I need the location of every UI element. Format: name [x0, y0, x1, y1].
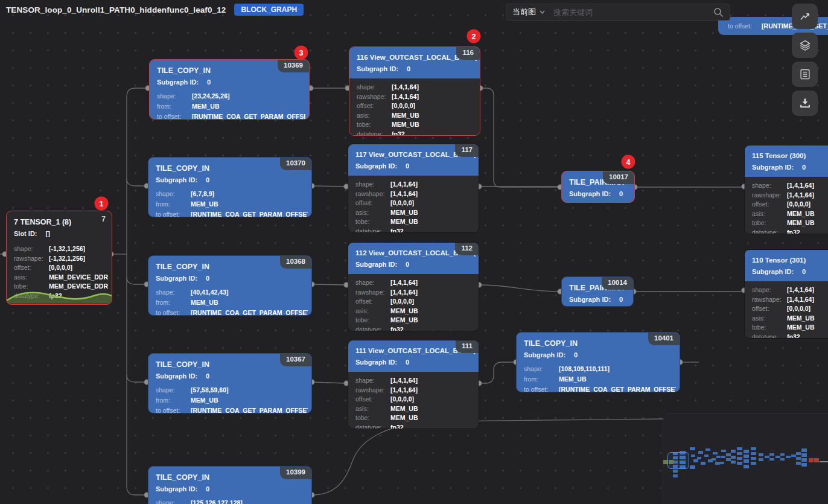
node-rows: shape:[6,7,8,9]from:MEM_UBto offset:[RUN…: [148, 185, 311, 217]
row-label: shape:: [355, 180, 390, 190]
minimap-node: [801, 458, 807, 462]
minimap-node: [744, 455, 749, 458]
minimap-viewport[interactable]: [667, 452, 689, 469]
node-10014[interactable]: 10014TILE_PAIRMAXSubgraph ID:0: [561, 276, 634, 307]
search-bar[interactable]: 当前图: [506, 4, 730, 21]
row-label: shape:: [156, 189, 191, 199]
subtitle-value: 0: [206, 485, 209, 493]
subtitle-label: Subgraph ID:: [156, 176, 197, 183]
minimap-node: [796, 457, 801, 460]
node-117[interactable]: 117117 View_OUTCAST_LOCAL_BUF0 (60)Subgr…: [348, 144, 479, 233]
green-wave-decoration: [7, 287, 112, 304]
node-subtitle: Subgraph ID:0: [148, 174, 311, 185]
node-10369[interactable]: 10369TILE_COPY_INSubgraph ID:0shape:[23,…: [149, 59, 310, 120]
node-110[interactable]: 110 Tensor (301)Subgraph ID:0shape:[1,4,…: [744, 249, 828, 339]
node-10017[interactable]: 10017TILE_PAIRMAXSubgraph ID:0: [561, 171, 635, 203]
subtitle-label: Subgraph ID:: [355, 261, 397, 268]
row-label: to offset:: [156, 209, 191, 217]
row-label: from:: [156, 395, 191, 406]
minimap-node: [697, 457, 701, 459]
node-10368[interactable]: 10368TILE_COPY_INSubgraph ID:0shape:[40,…: [148, 255, 312, 316]
node-116[interactable]: 116116 View_OUTCAST_LOCAL_BUF0 (59)Subgr…: [349, 46, 480, 136]
row-value: [1,4,1,64]: [390, 278, 475, 288]
node-list-button[interactable]: [792, 62, 818, 87]
row-label: shape:: [156, 498, 191, 504]
row-value: [125,126,127,128]: [191, 498, 308, 504]
minimap-node: [744, 465, 749, 468]
subtitle-value: 0: [619, 190, 623, 197]
search-input[interactable]: [552, 7, 710, 18]
row-label: datatype:: [357, 130, 392, 136]
minimap-node: [744, 450, 749, 453]
minimap-output-node: [814, 458, 819, 462]
node-rows: shape:[108,109,110,111]from:MEM_UBto off…: [517, 360, 680, 392]
node-10399[interactable]: 10399TILE_COPY_INSubgraph ID:0shape:[125…: [148, 466, 312, 504]
node-rows: shape:[23,24,25,26]from:MEM_UBto offset:…: [150, 87, 309, 120]
row-label: shape:: [157, 91, 192, 101]
node-id-badge: 111: [456, 340, 479, 353]
row-value: [1,4,1,64]: [390, 386, 475, 395]
row-value: MEM_UB: [390, 413, 475, 423]
subtitle-value: 0: [802, 164, 806, 171]
node-rows: shape:[1,4,1,64]rawshape:[1,4,1,64]offse…: [349, 78, 480, 136]
row-value: fp32: [390, 423, 475, 430]
row-label: from:: [156, 199, 191, 209]
node-111[interactable]: 111111 View_OUTCAST_LOCAL_BUF0 (57)Subgr…: [348, 340, 479, 429]
minimap-node: [744, 459, 749, 463]
node-rows: shape:[125,126,127,128]: [148, 494, 311, 504]
layers-button[interactable]: [792, 33, 818, 58]
node-rows: shape:[1,4,1,64]rawshape:[1,4,1,64]offse…: [745, 281, 828, 339]
row-value: [0,0,0,0]: [49, 263, 108, 273]
row-label: shape:: [752, 285, 787, 295]
row-label: shape:: [14, 244, 49, 254]
row-value: [1,4,1,64]: [787, 191, 828, 200]
node-10367[interactable]: 10367TILE_COPY_INSubgraph ID:0shape:[57,…: [148, 353, 312, 413]
node-list-icon: [798, 68, 812, 81]
row-value: [1,4,1,64]: [392, 83, 476, 92]
trend-chart-icon: [798, 10, 812, 23]
minimap-node: [801, 448, 807, 452]
node-subtitle: Subgraph ID:0: [349, 63, 480, 74]
row-label: rawshape:: [355, 288, 390, 298]
node-10401[interactable]: 10401TILE_COPY_INSubgraph ID:0shape:[108…: [516, 332, 680, 392]
node-115[interactable]: 115 Tensor (300)Subgraph ID:0shape:[1,4,…: [744, 145, 828, 234]
subtitle-label: Subgraph ID:: [524, 351, 565, 359]
subtitle-value: 0: [619, 296, 623, 303]
row-label: asis:: [355, 404, 390, 414]
minimap-node: [726, 458, 731, 461]
row-value: MEM_UB: [392, 120, 476, 130]
search-icon[interactable]: [713, 7, 724, 18]
node-subtitle: Subgraph ID:0: [562, 188, 634, 199]
download-icon: [798, 97, 812, 110]
node-rows: shape:[57,58,59,60]from:MEM_UBto offset:…: [148, 381, 311, 413]
search-scope-dropdown[interactable]: 当前图: [512, 7, 545, 18]
minimap[interactable]: [663, 413, 828, 504]
row-value: MEM_UB: [787, 209, 828, 219]
node-10370[interactable]: 10370TILE_COPY_INSubgraph ID:0shape:[6,7…: [148, 157, 312, 217]
row-value: [40,41,42,43]: [191, 287, 308, 298]
subtitle-value: 0: [802, 268, 806, 275]
minimap-node: [780, 453, 785, 456]
row-label: from:: [157, 101, 192, 112]
download-button[interactable]: [792, 91, 818, 116]
graph-canvas[interactable]: { "header": { "title": "TENSOR_loop_0_Un…: [0, 0, 828, 504]
trend-chart-button[interactable]: [792, 4, 818, 29]
minimap-node: [737, 457, 742, 460]
row-label: rawshape:: [752, 295, 787, 305]
node-112[interactable]: 112112 View_OUTCAST_LOCAL_BUF0 (58)Subgr…: [348, 242, 479, 331]
row-label: asis:: [14, 273, 49, 282]
row-value: [23,24,25,26]: [192, 91, 305, 101]
node-7[interactable]: 77 TENSOR_1 (8)Slot ID:[]shape:[-1,32,1,…: [6, 211, 112, 305]
minimap-node: [775, 456, 780, 458]
node-id-badge: 10401: [648, 333, 680, 345]
node-subtitle: Subgraph ID:0: [517, 349, 680, 360]
node-header: 115 Tensor (300)Subgraph ID:0: [745, 145, 828, 177]
minimap-node: [801, 463, 807, 467]
graph-type-badge[interactable]: BLOCK_GRAPH: [234, 4, 304, 16]
row-label: to offset:: [157, 112, 192, 120]
row-label: datatype:: [355, 423, 390, 430]
row-value: fp32: [787, 333, 828, 339]
row-label: asis:: [355, 307, 390, 316]
row-value: MEM_UB: [192, 101, 305, 112]
chevron-down-icon: [540, 10, 545, 14]
